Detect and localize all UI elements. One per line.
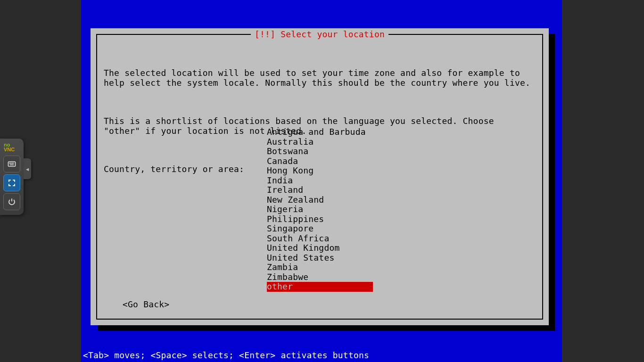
- location-option[interactable]: Zambia: [267, 263, 373, 272]
- novnc-panel: no VNC: [0, 139, 24, 215]
- letterbox-right: [562, 0, 644, 362]
- novnc-panel-handle[interactable]: ◂: [24, 158, 31, 179]
- chevron-left-icon: ◂: [25, 165, 30, 173]
- location-option[interactable]: Canada: [267, 156, 373, 166]
- help-bar: <Tab> moves; <Space> selects; <Enter> ac…: [81, 351, 562, 362]
- location-option[interactable]: Hong Kong: [267, 166, 373, 176]
- fullscreen-icon: [8, 179, 16, 187]
- novnc-power-button[interactable]: [3, 193, 20, 210]
- location-option[interactable]: Ireland: [267, 185, 373, 195]
- dialog-title-wrap: [!!] Select your location: [97, 30, 542, 40]
- location-option[interactable]: South Africa: [267, 234, 373, 244]
- location-option[interactable]: Zimbabwe: [267, 272, 373, 282]
- location-option-list[interactable]: Antigua and BarbudaAustraliaBotswanaCana…: [267, 127, 373, 292]
- location-option[interactable]: Antigua and Barbuda: [267, 127, 373, 137]
- svg-rect-0: [8, 162, 16, 166]
- novnc-fullscreen-button[interactable]: [3, 174, 20, 191]
- location-option[interactable]: United Kingdom: [267, 243, 373, 253]
- go-back-button[interactable]: <Go Back>: [123, 300, 169, 310]
- keyboard-icon: [7, 159, 17, 169]
- location-option[interactable]: United States: [267, 253, 373, 263]
- dialog-frame: [!!] Select your location The selected l…: [96, 34, 543, 320]
- svg-point-5: [13, 163, 14, 164]
- screen: no VNC ◂: [0, 0, 644, 362]
- novnc-logo-vnc: VNC: [4, 147, 15, 152]
- location-option[interactable]: Nigeria: [267, 205, 373, 214]
- svg-point-4: [12, 163, 12, 164]
- svg-point-3: [11, 163, 11, 164]
- location-option[interactable]: Singapore: [267, 224, 373, 234]
- location-option[interactable]: Botswana: [267, 147, 373, 156]
- power-icon: [8, 197, 16, 206]
- location-option[interactable]: Australia: [267, 137, 373, 147]
- location-option[interactable]: India: [267, 176, 373, 186]
- dialog-title: [!!] Select your location: [251, 30, 388, 40]
- location-option[interactable]: other: [267, 282, 373, 292]
- svg-point-2: [9, 163, 10, 164]
- location-option[interactable]: New Zealand: [267, 195, 373, 205]
- installer-screen: [!!] Select your location The selected l…: [81, 0, 562, 362]
- dialog-paragraph-1: The selected location will be used to se…: [104, 68, 536, 88]
- novnc-logo: no VNC: [4, 142, 22, 152]
- novnc-keyboard-button[interactable]: [3, 156, 20, 173]
- dialog-box: [!!] Select your location The selected l…: [91, 28, 549, 325]
- location-option[interactable]: Philippines: [267, 214, 373, 224]
